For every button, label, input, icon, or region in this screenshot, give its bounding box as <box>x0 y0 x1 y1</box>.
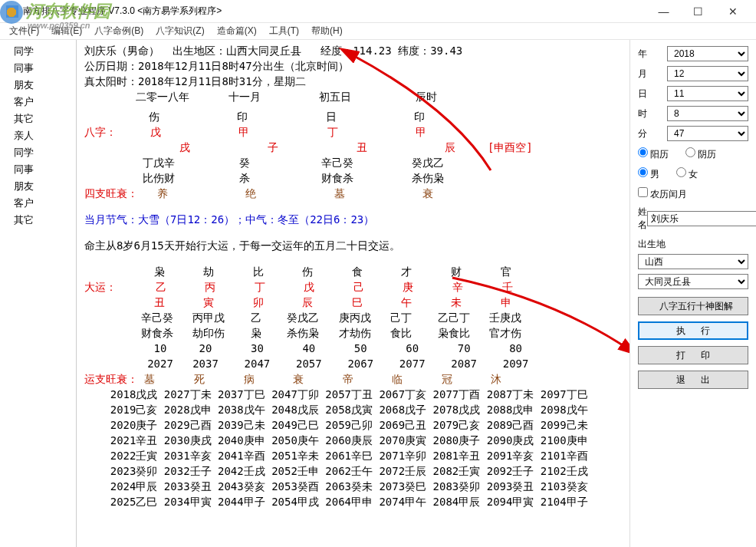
bazi-row: 伤 印 日 印 <box>84 109 622 124</box>
name-label: 姓名 <box>638 206 647 232</box>
sidebar-item[interactable]: 同事 <box>0 60 76 77</box>
hour-select[interactable]: 8 <box>667 106 748 121</box>
minimize-button[interactable]: — <box>646 1 681 22</box>
month-label: 月 <box>638 68 667 81</box>
place-label: 出生地 <box>638 238 748 251</box>
sidebar-item[interactable]: 同事 <box>0 161 76 178</box>
sidebar-item[interactable]: 客户 <box>0 94 76 110</box>
county-select[interactable]: 大同灵丘县 <box>638 274 748 289</box>
solar-term: 当月节气：大雪（7日12：26）；中气：冬至（22日6：23） <box>84 212 622 227</box>
yun-strength: 运支旺衰： 墓 死 病 衰 帝 临 冠 沐 <box>84 371 622 387</box>
year-row: 2023癸卯 2032壬子 2042壬戌 2052壬申 2062壬午 2072壬… <box>84 463 622 479</box>
year-row: 2025乙巳 2034甲寅 2044甲子 2054甲戌 2064甲申 2074甲… <box>84 494 622 509</box>
maximize-button[interactable]: ☐ <box>681 1 715 22</box>
hour-label: 时 <box>638 107 667 120</box>
sidebar-item[interactable]: 同学 <box>0 144 76 161</box>
birth-info: 刘庆乐（男命） 出生地区：山西大同灵丘县 经度：114.23 纬度：39.43 <box>84 43 622 58</box>
sidebar-item[interactable]: 其它 <box>0 110 76 127</box>
dayun-row: 财食杀 劫印伤 枭 杀伤枭 才劫伤 食比 枭食比 官才伤 <box>84 325 622 341</box>
bazi-row: 戌 子 丑 辰 [申酉空] <box>84 140 622 155</box>
year-row: 2019己亥 2028戊申 2038戊午 2048戊辰 2058戊寅 2068戊… <box>84 402 622 417</box>
minute-label: 分 <box>638 127 667 140</box>
input-panel: 年2018 月12 日11 时8 分47 阳历 阴历 男 女 农历闰月 姓名 出… <box>629 40 756 547</box>
day-label: 日 <box>638 87 667 101</box>
lunar-date: 二零一八年 十一月 初五日 辰时 <box>84 89 622 104</box>
sidebar-item[interactable]: 客户 <box>0 195 76 212</box>
year-select[interactable]: 2018 <box>667 46 748 61</box>
sidebar-item[interactable]: 亲人 <box>0 127 76 144</box>
year-label: 年 <box>638 48 667 61</box>
bazi-row: 八字： 戊 甲 丁 甲 <box>84 124 622 140</box>
dayun-row: 辛己癸 丙甲戊 乙 癸戊乙 庚丙戊 己丁 乙己丁 壬庚戊 <box>84 310 622 325</box>
window-title: 南方排八字专业程序 V7.3.0 <南方易学系列程序> <box>23 5 646 18</box>
female-radio[interactable]: 女 <box>676 169 698 180</box>
true-solar: 真太阳时：2018年12月11日8时31分，星期二 <box>84 74 622 89</box>
menubar: 文件(F) 编辑(E) 八字命例(B) 八字知识(Z) 造命篇(X) 工具(T)… <box>0 23 756 40</box>
close-button[interactable]: ✕ <box>715 1 750 22</box>
leap-checkbox[interactable]: 农历闰月 <box>638 189 687 199</box>
app-icon <box>6 5 18 18</box>
year-row: 2018戊戌 2027丁未 2037丁巳 2047丁卯 2057丁丑 2067丁… <box>84 387 622 402</box>
sidebar: 同学 同事 朋友 客户 其它 亲人 同学 同事 朋友 客户 其它 <box>0 40 77 547</box>
year-row: 2021辛丑 2030庚戌 2040庚申 2050庚午 2060庚辰 2070庚… <box>84 433 622 448</box>
solar-date: 公历日期：2018年12月11日8时47分出生（北京时间） <box>84 58 622 74</box>
menu-help[interactable]: 帮助(H) <box>305 25 349 38</box>
name-input[interactable] <box>647 211 756 226</box>
bazi-row: 丁戊辛 癸 辛己癸 癸戊乙 <box>84 155 622 170</box>
day-select[interactable]: 11 <box>667 86 748 101</box>
menu-file[interactable]: 文件(F) <box>3 25 45 38</box>
menu-examples[interactable]: 八字命例(B) <box>88 25 150 38</box>
menu-tools[interactable]: 工具(T) <box>263 25 305 38</box>
dayun-row: 10 20 30 40 50 60 70 80 <box>84 341 622 356</box>
dayun-row: 2027 2037 2047 2057 2067 2077 2087 2097 <box>84 356 622 371</box>
exit-button[interactable]: 退 出 <box>638 371 748 389</box>
bazi-row: 比伤财 杀 财食杀 杀伤枭 <box>84 170 622 186</box>
sidebar-item[interactable]: 朋友 <box>0 178 76 195</box>
province-select[interactable]: 山西 <box>638 254 748 269</box>
year-row: 2024甲辰 2033癸丑 2043癸亥 2053癸酉 2063癸未 2073癸… <box>84 479 622 494</box>
sidebar-item[interactable]: 其它 <box>0 212 76 229</box>
menu-knowledge[interactable]: 八字知识(Z) <box>150 25 210 38</box>
main-output: 刘庆乐（男命） 出生地区：山西大同灵丘县 经度：114.23 纬度：39.43 … <box>77 40 629 547</box>
month-select[interactable]: 12 <box>667 66 748 81</box>
minute-select[interactable]: 47 <box>667 126 748 141</box>
dayun-start: 命主从8岁6月15天开始行大运，于每一交运年的五月二十日交运。 <box>84 238 622 253</box>
zhi-strength: 四支旺衰： 养 绝 墓 衰 <box>84 186 622 201</box>
year-row: 2022壬寅 2031辛亥 2041辛酉 2051辛未 2061辛巳 2071辛… <box>84 448 622 463</box>
print-button[interactable]: 打 印 <box>638 346 748 364</box>
dayun-row: 大运： 乙 丙 丁 戊 己 庚 辛 壬 <box>84 279 622 295</box>
sidebar-item[interactable]: 朋友 <box>0 77 76 94</box>
menu-create[interactable]: 造命篇(X) <box>211 25 263 38</box>
titlebar: 南方排八字专业程序 V7.3.0 <南方易学系列程序> — ☐ ✕ <box>0 0 756 23</box>
lunar-radio[interactable]: 阴历 <box>685 149 716 160</box>
sidebar-item[interactable]: 同学 <box>0 43 76 60</box>
dayun-row: 丑 寅 卯 辰 巳 午 未 申 <box>84 295 622 310</box>
year-row: 2020庚子 2029己酉 2039己未 2049己巳 2059己卯 2069己… <box>84 417 622 433</box>
male-radio[interactable]: 男 <box>638 169 659 180</box>
dayun-row: 枭 劫 比 伤 食 才 财 官 <box>84 264 622 279</box>
chart-button[interactable]: 八字五行十神图解 <box>638 297 748 315</box>
execute-button[interactable]: 执 行 <box>638 321 748 340</box>
menu-edit[interactable]: 编辑(E) <box>45 25 88 38</box>
solar-radio[interactable]: 阳历 <box>638 149 669 160</box>
